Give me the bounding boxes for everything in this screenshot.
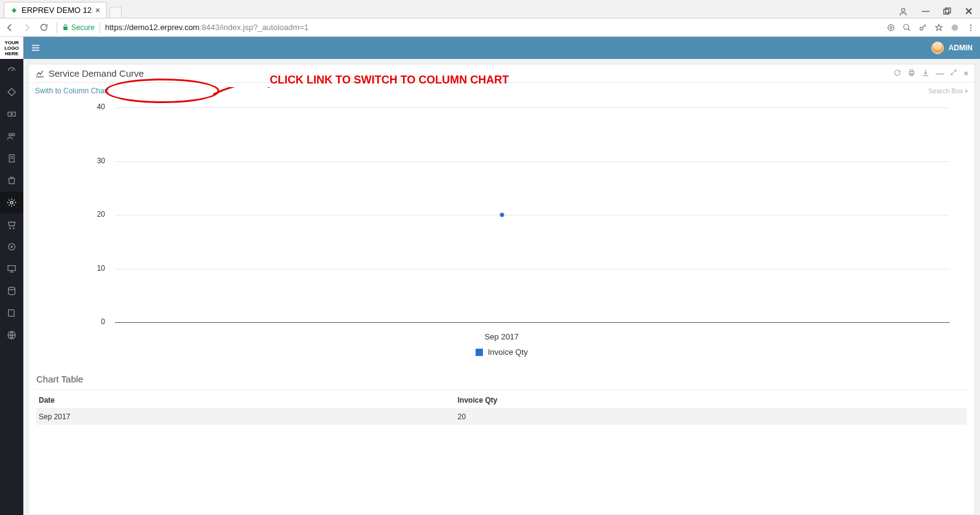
print-icon[interactable] (907, 69, 915, 78)
chart-table: Date Invoice Qty Sep 2017 20 (36, 392, 967, 425)
cart-icon (7, 220, 17, 230)
browser-tab-title: ERPREV DEMO 12 (22, 6, 92, 15)
table-cell: Sep 2017 (36, 409, 455, 425)
search-box-toggle[interactable]: Search Box + (928, 87, 968, 95)
browser-address-bar: Secure https://demo12.erprev.com:8443/in… (0, 18, 980, 37)
svg-rect-23 (911, 70, 913, 72)
globe-icon (7, 330, 17, 340)
logo-text: YOUR LOGO HERE (0, 40, 23, 56)
secure-label: Secure (71, 23, 95, 32)
sidebar-item-docs[interactable] (0, 147, 23, 169)
table-header: Invoice Qty (455, 392, 967, 409)
trash-icon (7, 176, 17, 185)
switch-chart-link[interactable]: Swith to Column Chart (35, 87, 109, 95)
browser-tab[interactable]: ERPREV DEMO 12 × (4, 2, 107, 18)
svg-rect-11 (8, 112, 15, 117)
svg-point-20 (9, 287, 15, 290)
document-icon (7, 153, 17, 163)
svg-point-14 (12, 133, 15, 136)
database-icon (7, 286, 17, 296)
svg-point-0 (902, 8, 905, 11)
y-tick-label: 0 (101, 317, 105, 326)
book-icon (7, 308, 17, 318)
chart-legend: Invoice Qty (53, 341, 950, 360)
svg-point-9 (970, 26, 971, 28)
gauge-icon (7, 65, 17, 75)
sidebar-item-storage[interactable] (0, 236, 23, 258)
forward-button-icon (22, 23, 34, 33)
menu-dots-icon[interactable] (966, 23, 975, 32)
table-header: Date (36, 392, 455, 409)
divider (100, 22, 100, 33)
svg-rect-1 (944, 9, 949, 14)
back-button-icon[interactable] (5, 23, 17, 33)
reload-button-icon[interactable] (39, 23, 52, 32)
sidebar-item-book[interactable] (0, 302, 23, 324)
extension-icon[interactable] (951, 23, 959, 32)
svg-point-5 (904, 24, 909, 29)
money-icon (7, 109, 17, 119)
svg-point-3 (890, 26, 892, 29)
zoom-icon[interactable] (903, 23, 911, 32)
svg-point-4 (888, 25, 893, 30)
gear-icon (7, 198, 17, 207)
gridline (115, 269, 950, 269)
svg-point-17 (9, 244, 15, 250)
key-icon[interactable] (919, 23, 927, 32)
search-box-label: Search Box (928, 87, 963, 95)
svg-point-8 (970, 24, 971, 25)
new-tab-button[interactable] (109, 7, 122, 18)
url-host: https://demo12.erprev.com (105, 23, 200, 32)
sidebar-item-billing[interactable] (0, 103, 23, 125)
url-path: /index.jsp?_autoloadm=1 (219, 23, 308, 32)
sidebar-item-users[interactable] (0, 125, 23, 147)
avatar[interactable] (931, 42, 944, 54)
sidebar: YOUR LOGO HERE (0, 37, 23, 515)
x-axis-label: Sep 2017 (53, 328, 950, 341)
sidebar-item-dashboard[interactable] (0, 59, 23, 81)
browser-tab-bar: ERPREV DEMO 12 × ─ ✕ (0, 0, 980, 18)
menu-toggle-icon[interactable] (31, 43, 41, 53)
expand-icon[interactable] (950, 69, 957, 78)
gridline (115, 161, 950, 162)
topbar: ADMIN (23, 37, 980, 59)
gridline (115, 215, 950, 215)
logo[interactable]: YOUR LOGO HERE (0, 37, 23, 59)
sidebar-item-desktop[interactable] (0, 258, 23, 280)
y-tick-label: 10 (97, 264, 105, 273)
gridline (115, 107, 950, 108)
tag-icon (7, 87, 17, 97)
sidebar-item-cart[interactable] (0, 214, 23, 236)
bookmark-star-icon[interactable] (935, 23, 943, 32)
user-label[interactable]: ADMIN (949, 44, 973, 52)
refresh-icon[interactable] (893, 69, 901, 78)
sidebar-item-trash[interactable] (0, 169, 23, 192)
users-icon (7, 131, 17, 141)
chart-table-section: Chart Table Date Invoice Qty Sep 2017 20 (29, 365, 974, 430)
sidebar-item-database[interactable] (0, 280, 23, 302)
disc-icon (7, 242, 17, 252)
close-window-icon[interactable]: ✕ (965, 6, 973, 17)
close-tab-icon[interactable]: × (95, 6, 100, 15)
app-favicon-icon (10, 7, 18, 14)
download-icon[interactable] (922, 69, 930, 78)
x-axis-line (115, 322, 950, 323)
svg-point-18 (11, 246, 13, 248)
minimize-window-icon[interactable]: ─ (922, 5, 930, 18)
secure-indicator[interactable]: Secure (62, 23, 95, 32)
plus-icon: + (965, 87, 968, 95)
sidebar-item-globe[interactable] (0, 324, 23, 346)
url-port: :8443 (200, 23, 220, 32)
url-display[interactable]: https://demo12.erprev.com:8443/index.jsp… (105, 23, 308, 32)
maximize-window-icon[interactable] (943, 7, 951, 15)
collapse-icon[interactable]: — (936, 69, 944, 78)
svg-point-16 (10, 201, 13, 204)
svg-point-10 (970, 29, 971, 30)
location-icon[interactable] (887, 23, 895, 32)
svg-point-6 (920, 27, 923, 30)
close-panel-icon[interactable]: × (963, 69, 968, 78)
sidebar-item-tag[interactable] (0, 81, 23, 103)
account-icon[interactable] (898, 7, 908, 17)
sidebar-item-settings[interactable] (0, 192, 23, 214)
line-chart-icon (35, 69, 45, 79)
